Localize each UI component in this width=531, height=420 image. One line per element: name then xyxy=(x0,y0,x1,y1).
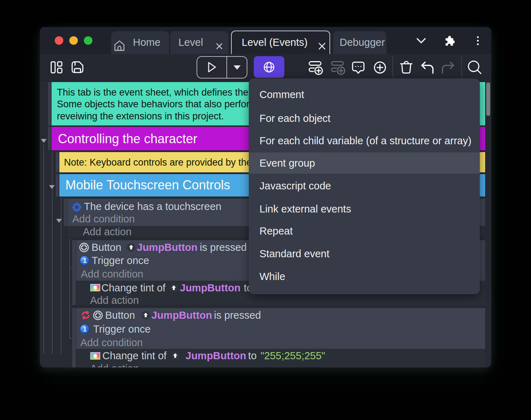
svg-text:1: 1 xyxy=(83,257,87,264)
svg-text:1: 1 xyxy=(82,325,86,333)
